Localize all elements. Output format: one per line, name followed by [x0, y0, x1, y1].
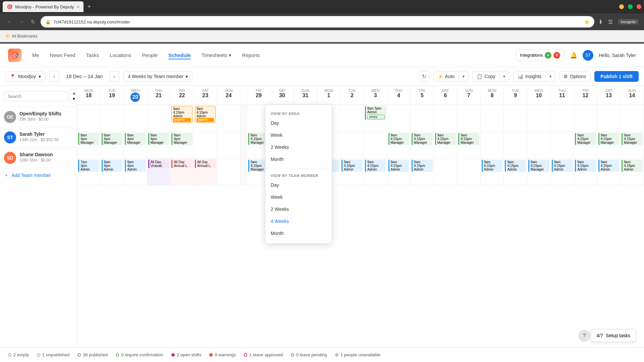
cell-sarah-2[interactable] [340, 132, 364, 158]
location-selector[interactable]: 📍 Moodjoy ▾ [5, 71, 45, 81]
cell-open-10[interactable] [527, 105, 551, 131]
prev-period-button[interactable]: ‹ [49, 71, 59, 81]
cell-shane-8[interactable]: 9am4:15pmAdmin [481, 159, 504, 185]
cell-open-20[interactable] [124, 105, 147, 131]
shift-card[interactable]: All DayAnnual L. [171, 160, 193, 168]
shift-card-open[interactable]: 8am 5pmAdminOPEN [365, 106, 386, 120]
cell-sarah-3[interactable] [364, 132, 387, 158]
shift-card[interactable]: 9am4:15pmManager [575, 133, 596, 145]
cell-shane-3[interactable]: 9am4:15pmAdmin [364, 159, 387, 185]
cell-sarah-23[interactable] [194, 132, 217, 158]
cell-shane-18[interactable]: 7am3pmAdmin [77, 159, 101, 185]
shift-card[interactable]: 9am4:15pmManager [622, 133, 643, 145]
cell-sarah-9[interactable] [504, 132, 527, 158]
close-button[interactable] [637, 4, 641, 9]
cell-shane-22[interactable]: All DayAnnual L. [170, 159, 194, 185]
cell-open-24[interactable] [217, 105, 240, 131]
cell-sarah-5[interactable]: 9am4:15pmManager [411, 132, 434, 158]
nav-reports[interactable]: Reports [242, 51, 260, 59]
view-selector[interactable]: 4 Weeks by Team member ▾ [123, 71, 192, 81]
dropdown-item-team-2weeks[interactable]: 2 Weeks [265, 203, 332, 215]
dropdown-item-area-month[interactable]: Month [265, 153, 332, 165]
cell-sarah-10[interactable] [527, 132, 551, 158]
nav-timesheets[interactable]: Timesheets ▾ [202, 51, 231, 60]
cell-open-14[interactable] [621, 105, 644, 131]
cell-open-12[interactable] [574, 105, 597, 131]
cell-shane-21[interactable]: All DayUnavail. [147, 159, 171, 185]
nav-locations[interactable]: Locations [110, 51, 131, 59]
shift-card[interactable]: 9am4:15pmManager [412, 133, 433, 145]
shift-card[interactable]: 8am4pmManager [148, 133, 169, 145]
shift-card[interactable]: 8am4pmManager [171, 133, 193, 145]
copy-dropdown-arrow[interactable]: ▾ [500, 71, 509, 82]
cell-sarah-4[interactable]: 9am4:15pmManager [387, 132, 411, 158]
shift-card[interactable]: 9am4:15pmAdmin [365, 160, 386, 172]
dropdown-item-team-4weeks[interactable]: 4 Weeks [265, 215, 332, 227]
nav-schedule[interactable]: Schedule [168, 51, 191, 59]
cell-sarah-22[interactable]: 8am4pmManager [170, 132, 194, 158]
nav-tasks[interactable]: Tasks [86, 51, 99, 59]
cell-sarah-13[interactable]: 9am4:15pmManager [597, 132, 621, 158]
dropdown-item-area-2weeks[interactable]: 2 Weeks [265, 141, 332, 153]
cell-shane-5[interactable]: 9am4:15pmAdmin [411, 159, 434, 185]
minimize-button[interactable] [619, 4, 624, 9]
shift-card[interactable]: All DayUnavail. [148, 160, 169, 168]
cell-open-4[interactable] [387, 105, 411, 131]
cell-sarah-8[interactable] [481, 132, 504, 158]
copy-button[interactable]: 📋 Copy [472, 71, 500, 81]
cell-shane-7[interactable] [457, 159, 481, 185]
cell-open-2[interactable] [340, 105, 364, 131]
app-logo[interactable]: 🎯 [8, 49, 21, 62]
cell-shane-12[interactable]: 9am4:15pmAdmin [574, 159, 597, 185]
shift-card[interactable]: 9am4:15pmManager [388, 133, 410, 145]
shift-card[interactable]: 9am4:15pmAdmin [575, 160, 596, 172]
shift-card[interactable]: 9am4:15pmAdmin [598, 160, 620, 172]
cell-open-6[interactable] [434, 105, 458, 131]
cell-shane-20[interactable]: 9am4pmAdmin [124, 159, 147, 185]
address-bar[interactable]: 🔒 7cf47d19112152.na.deputy.com/#roster ⭐ [41, 16, 594, 27]
setup-tasks-widget[interactable]: 4/7 Setup tasks [591, 329, 636, 342]
dropdown-item-team-month[interactable]: Month [265, 227, 332, 239]
dropdown-item-area-day[interactable]: Day [265, 117, 332, 129]
shift-card[interactable]: 9am4:15pmAdmin [412, 160, 433, 172]
shift-card[interactable]: 9am4:15pmManager [528, 160, 549, 172]
notifications-icon[interactable]: 🔔 [570, 52, 577, 59]
cell-sarah-19[interactable]: 8am4pmManager [101, 132, 124, 158]
cell-shane-4[interactable]: 9am4:15pmAdmin [387, 159, 411, 185]
cell-sarah-24[interactable] [217, 132, 240, 158]
cell-open-23[interactable]: 9am 4:15pmAdminEMPTY [194, 105, 217, 131]
back-button[interactable]: ← [5, 17, 13, 26]
auto-button[interactable]: ⚡ Auto [433, 71, 459, 81]
add-team-member-button[interactable]: ＋ Add Team member [0, 168, 77, 182]
cell-open-9[interactable] [504, 105, 527, 131]
shift-card[interactable]: 9am 4:15pmAdminEMPTY [171, 106, 193, 123]
cell-open-5[interactable] [411, 105, 434, 131]
shift-card[interactable]: 9am4pmAdmin [125, 160, 146, 172]
cell-sarah-12[interactable]: 9am4:15pmManager [574, 132, 597, 158]
shift-card[interactable]: 9am4:15pmAdmin [552, 160, 573, 172]
cell-sarah-14[interactable]: 9am4:15pmManager [621, 132, 644, 158]
help-button[interactable]: ? [578, 330, 590, 342]
shift-card[interactable]: 9am4:15pmAdmin [388, 160, 410, 172]
active-tab[interactable]: 🎯 Moodjoy - Powered By Deputy ✕ [3, 1, 84, 12]
cell-sarah-18[interactable]: 8am4pmManager [77, 132, 101, 158]
cell-open-21[interactable] [147, 105, 171, 131]
shift-card[interactable]: 9am4:15pmManager [458, 133, 479, 145]
dropdown-item-area-week[interactable]: Week [265, 129, 332, 141]
auto-dropdown-arrow[interactable]: ▾ [459, 71, 468, 82]
dropdown-item-team-week[interactable]: Week [265, 191, 332, 203]
tab-close-btn[interactable]: ✕ [77, 5, 79, 9]
shift-card[interactable]: 9am4:15pmAdmin [505, 160, 526, 172]
refresh-button[interactable]: ↻ [419, 71, 429, 82]
shift-card[interactable]: 8am4pmManager [125, 133, 146, 145]
nav-news-feed[interactable]: News Feed [50, 51, 75, 59]
maximize-button[interactable] [628, 4, 633, 9]
cell-shane-2[interactable]: 9am4:15pmAdmin [340, 159, 364, 185]
shift-card[interactable]: 9am 4:15pmAdminEMPTY [195, 106, 216, 123]
insights-dropdown-arrow[interactable]: ▾ [546, 71, 555, 82]
shift-card[interactable]: 7am3pmAdmin [78, 160, 99, 172]
bookmarks-folder[interactable]: 📁 All Bookmarks [5, 34, 38, 39]
shift-card[interactable]: 8am4pmManager [102, 133, 123, 145]
options-button[interactable]: ⚙ Options [559, 71, 590, 81]
nav-me[interactable]: Me [32, 51, 39, 59]
